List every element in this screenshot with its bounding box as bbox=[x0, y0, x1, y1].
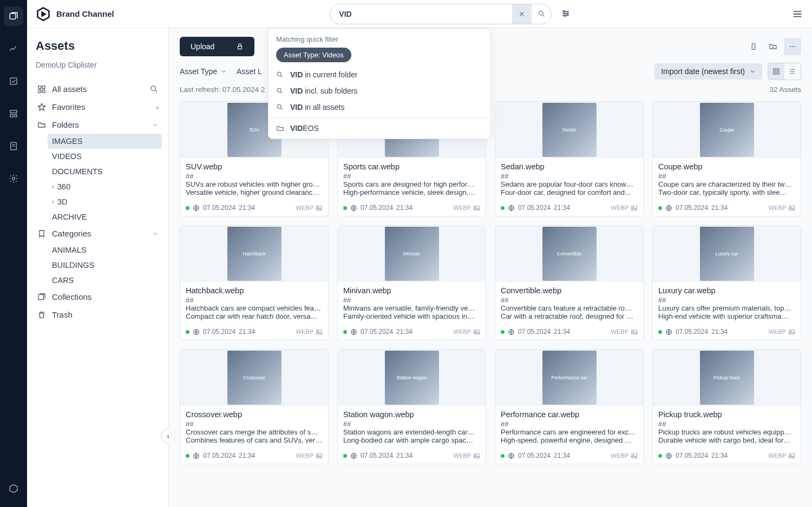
asset-desc2: High-performance vehicle, sleek design,… bbox=[343, 188, 480, 196]
sidebar-all-assets[interactable]: All assets bbox=[34, 80, 162, 98]
asset-card[interactable]: HatchbackHatchback.webp##Hatchback cars … bbox=[180, 225, 329, 340]
asset-card[interactable]: Performance carPerformance car.webp##Per… bbox=[495, 349, 644, 464]
rail-assets[interactable] bbox=[4, 6, 23, 26]
chevron-down-icon bbox=[152, 122, 159, 128]
asset-date: 07.05.2024 bbox=[518, 328, 551, 335]
asset-date: 07.05.2024 bbox=[518, 452, 551, 459]
upload-button[interactable]: Upload bbox=[180, 37, 254, 56]
svg-point-6 bbox=[12, 177, 15, 180]
image-icon bbox=[631, 205, 638, 212]
search-icon bbox=[276, 71, 285, 78]
asset-date: 07.05.2024 bbox=[203, 328, 235, 335]
folder-documents[interactable]: DOCUMENTS bbox=[48, 164, 162, 179]
svg-point-12 bbox=[277, 88, 281, 92]
rail-templates[interactable] bbox=[4, 104, 23, 123]
folder-videos[interactable]: VIDEOS bbox=[48, 149, 162, 164]
folder-3d[interactable]: ›3D bbox=[48, 194, 162, 209]
sidebar-collections[interactable]: Collections bbox=[34, 288, 162, 306]
globe-icon bbox=[665, 452, 672, 459]
advanced-filter-button[interactable] bbox=[556, 4, 575, 23]
asset-desc1: Luxury cars offer premium materials, top… bbox=[658, 304, 795, 312]
asset-ext: WEBP bbox=[769, 205, 786, 211]
status-dot bbox=[186, 206, 189, 210]
asset-hash: ## bbox=[343, 420, 480, 428]
globe-icon bbox=[193, 205, 200, 212]
asset-card[interactable]: Luxury carLuxury car.webp##Luxury cars o… bbox=[652, 225, 801, 340]
suggest-scope[interactable]: VID in all assets bbox=[269, 99, 490, 115]
asset-card[interactable]: CoupeCoupe.webp##Coupe cars are characte… bbox=[652, 101, 801, 216]
asset-ext: WEBP bbox=[611, 328, 628, 335]
asset-count: 32 Assets bbox=[769, 85, 801, 94]
sidebar-favorites[interactable]: Favorites › bbox=[34, 98, 162, 116]
device-icon-button[interactable] bbox=[745, 38, 762, 55]
chevron-right-icon: › bbox=[52, 183, 54, 190]
new-folder-button[interactable] bbox=[764, 38, 782, 55]
filter-asset-type[interactable]: Asset Type bbox=[180, 67, 227, 76]
svg-rect-14 bbox=[38, 86, 41, 89]
suggest-header: Matching quick filter bbox=[269, 34, 490, 48]
suggest-scope[interactable]: VID in current folder bbox=[269, 67, 490, 83]
sidebar-categories[interactable]: Categories bbox=[34, 225, 162, 242]
asset-card[interactable]: CrossoverCrossover.webp##Crossover cars … bbox=[180, 349, 329, 464]
suggest-scope[interactable]: VID incl. sub folders bbox=[269, 83, 490, 99]
search-clear-button[interactable] bbox=[512, 4, 532, 24]
image-icon bbox=[788, 205, 795, 212]
rail-tasks[interactable] bbox=[4, 71, 23, 91]
image-icon bbox=[631, 452, 638, 459]
asset-desc1: Sedans are popular four-door cars know… bbox=[501, 180, 638, 188]
search-submit-button[interactable] bbox=[532, 4, 551, 24]
suggest-quick-filter-pill[interactable]: Asset Type: Videos bbox=[276, 48, 351, 62]
sidebar-folders[interactable]: Folders bbox=[34, 116, 162, 134]
folder-icon bbox=[37, 121, 47, 129]
asset-desc2: Long-bodied car with ample cargo spac… bbox=[343, 436, 480, 444]
asset-thumbnail: Minivan bbox=[338, 226, 486, 282]
asset-card[interactable]: SedanSedan.webp##Sedans are popular four… bbox=[495, 101, 644, 216]
asset-desc2: Family-oriented vehicle with spacious in… bbox=[343, 312, 480, 320]
asset-desc2: Combines features of cars and SUVs, ver… bbox=[186, 436, 323, 444]
image-icon bbox=[316, 205, 323, 212]
asset-thumbnail: Coupe bbox=[653, 102, 801, 158]
rail-settings[interactable] bbox=[4, 169, 23, 188]
svg-rect-19 bbox=[38, 294, 43, 299]
image-icon bbox=[788, 452, 795, 459]
folder-archive[interactable]: ARCHIVE bbox=[48, 209, 162, 225]
search-icon[interactable] bbox=[149, 84, 159, 94]
folder-images[interactable]: IMAGES bbox=[48, 134, 162, 149]
asset-thumbnail: Luxury car bbox=[653, 226, 801, 282]
image-icon bbox=[473, 205, 480, 212]
rail-analytics[interactable] bbox=[4, 39, 23, 58]
asset-date: 07.05.2024 bbox=[361, 452, 393, 459]
asset-time: 21:34 bbox=[239, 204, 255, 212]
asset-desc1: SUVs are robust vehicles with higher gro… bbox=[186, 180, 323, 188]
category-animals[interactable]: ANIMALS bbox=[48, 242, 162, 258]
asset-time: 21:34 bbox=[396, 452, 412, 459]
asset-card[interactable]: Station wagonStation wagon.webp##Station… bbox=[337, 349, 486, 464]
more-button[interactable] bbox=[784, 38, 801, 55]
asset-desc1: Sports cars are designed for high perfor… bbox=[343, 180, 480, 188]
search-input[interactable] bbox=[330, 5, 512, 23]
asset-card[interactable]: MinivanMinivan.webp##Minivans are versat… bbox=[337, 225, 486, 340]
view-list-button[interactable] bbox=[784, 63, 801, 80]
filter-asset-l[interactable]: Asset L bbox=[237, 67, 262, 76]
sort-dropdown[interactable]: Import date (newest first) bbox=[654, 63, 762, 80]
globe-icon bbox=[508, 205, 515, 212]
hamburger-menu[interactable] bbox=[791, 8, 803, 20]
view-grid-button[interactable] bbox=[768, 63, 784, 80]
status-dot bbox=[658, 206, 662, 210]
category-cars[interactable]: CARS bbox=[48, 273, 162, 288]
sidebar-trash[interactable]: Trash bbox=[34, 306, 162, 324]
brand-logo[interactable]: Brand Channel bbox=[36, 6, 114, 22]
collections-icon bbox=[37, 293, 47, 301]
image-icon bbox=[631, 328, 638, 335]
suggest-folder[interactable]: VIDEOS bbox=[269, 120, 490, 136]
asset-card[interactable]: Pickup truckPickup truck.webp##Pickup tr… bbox=[652, 349, 801, 464]
asset-time: 21:34 bbox=[711, 452, 728, 459]
rail-logo-small[interactable] bbox=[4, 479, 23, 498]
rail-docs[interactable] bbox=[4, 136, 23, 156]
asset-time: 21:34 bbox=[554, 204, 570, 212]
folder-360[interactable]: ›360 bbox=[48, 179, 162, 194]
svg-point-7 bbox=[539, 11, 543, 16]
category-buildings[interactable]: BUILDINGS bbox=[48, 258, 162, 273]
asset-card[interactable]: ConvertibleConvertible.webp##Convertible… bbox=[495, 225, 644, 340]
asset-ext: WEBP bbox=[611, 205, 628, 211]
